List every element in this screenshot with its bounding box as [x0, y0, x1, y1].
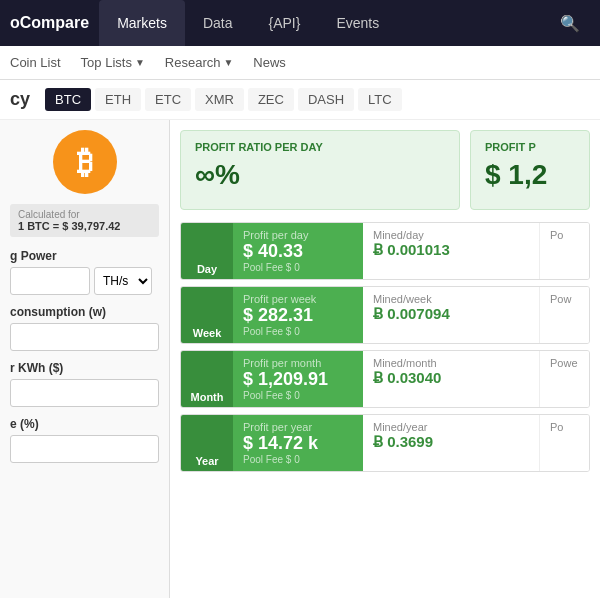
- profit-label-week: Profit per week: [243, 293, 353, 305]
- right-content: PROFIT RATIO PER DAY ∞% PROFIT P $ 1,2 D…: [170, 120, 600, 598]
- kwh-cost-label: r KWh ($): [10, 361, 159, 375]
- pool-fee-label: e (%): [10, 417, 159, 431]
- pool-fee-group: e (%): [10, 417, 159, 463]
- tab-ltc[interactable]: LTC: [358, 88, 402, 111]
- left-sidebar: ₿ Calculated for 1 BTC = $ 39,797.42 g P…: [0, 120, 170, 598]
- mined-value-month: Ƀ 0.03040: [373, 369, 529, 387]
- mined-value-day: Ƀ 0.001013: [373, 241, 529, 259]
- power-cell-day: Po: [539, 223, 589, 279]
- subnav-news[interactable]: News: [253, 46, 286, 80]
- period-badge-year: Year: [181, 415, 233, 471]
- period-badge-month: Month: [181, 351, 233, 407]
- chevron-down-icon: ▼: [135, 46, 145, 80]
- mined-label-month: Mined/month: [373, 357, 529, 369]
- profit-label-month: Profit per month: [243, 357, 353, 369]
- mined-cell-week: Mined/week Ƀ 0.007094: [363, 287, 539, 343]
- tab-eth[interactable]: ETH: [95, 88, 141, 111]
- mined-cell-year: Mined/year Ƀ 0.3699: [363, 415, 539, 471]
- sub-navigation: Coin List Top Lists ▼ Research ▼ News: [0, 46, 600, 80]
- brand-logo: oCompare: [10, 14, 89, 32]
- coin-icon-area: ₿: [10, 130, 159, 194]
- nav-item-markets[interactable]: Markets: [99, 0, 185, 46]
- profit-ratio-title: PROFIT RATIO PER DAY: [195, 141, 445, 153]
- mining-row-week: Week Profit per week $ 282.31 Pool Fee $…: [180, 286, 590, 344]
- tab-dash[interactable]: DASH: [298, 88, 354, 111]
- subnav-coin-list[interactable]: Coin List: [10, 46, 61, 80]
- nav-item-api[interactable]: {API}: [251, 0, 319, 46]
- tab-xmr[interactable]: XMR: [195, 88, 244, 111]
- profit-label-day: Profit per day: [243, 229, 353, 241]
- coin-tabs: BTC ETH ETC XMR ZEC DASH LTC: [45, 88, 402, 111]
- period-badge-day: Day: [181, 223, 233, 279]
- btc-icon: ₿: [53, 130, 117, 194]
- profit-amount-month: $ 1,209.91: [243, 369, 353, 390]
- consumption-group: consumption (w): [10, 305, 159, 351]
- kwh-cost-group: r KWh ($): [10, 361, 159, 407]
- mined-label-day: Mined/day: [373, 229, 529, 241]
- subnav-research[interactable]: Research ▼: [165, 46, 234, 80]
- mined-value-year: Ƀ 0.3699: [373, 433, 529, 451]
- pool-fee-month: Pool Fee $ 0: [243, 390, 353, 401]
- period-badge-week: Week: [181, 287, 233, 343]
- profit-amount-title: PROFIT P: [485, 141, 575, 153]
- power-label-week: Pow: [550, 293, 579, 305]
- calc-label: Calculated for: [18, 209, 151, 220]
- top-nav-items: Markets Data {API} Events: [99, 0, 397, 46]
- search-icon[interactable]: 🔍: [550, 14, 590, 33]
- mined-cell-month: Mined/month Ƀ 0.03040: [363, 351, 539, 407]
- pool-fee-year: Pool Fee $ 0: [243, 454, 353, 465]
- summary-card-profit-amount: PROFIT P $ 1,2: [470, 130, 590, 210]
- profit-ratio-value: ∞%: [195, 159, 445, 191]
- profit-label-year: Profit per year: [243, 421, 353, 433]
- power-label-year: Po: [550, 421, 579, 433]
- power-cell-week: Pow: [539, 287, 589, 343]
- mining-row-day: Day Profit per day $ 40.33 Pool Fee $ 0 …: [180, 222, 590, 280]
- hash-power-select[interactable]: TH/s GH/s MH/s: [94, 267, 152, 295]
- hash-power-label: g Power: [10, 249, 159, 263]
- power-cell-year: Po: [539, 415, 589, 471]
- main-content: ₿ Calculated for 1 BTC = $ 39,797.42 g P…: [0, 120, 600, 598]
- calc-value: 1 BTC = $ 39,797.42: [18, 220, 151, 232]
- mining-row-month: Month Profit per month $ 1,209.91 Pool F…: [180, 350, 590, 408]
- consumption-label: consumption (w): [10, 305, 159, 319]
- coin-tabs-row: cy BTC ETH ETC XMR ZEC DASH LTC: [0, 80, 600, 120]
- kwh-cost-input[interactable]: [10, 379, 159, 407]
- mined-label-year: Mined/year: [373, 421, 529, 433]
- profit-amount-day: $ 40.33: [243, 241, 353, 262]
- profit-cell-month: Profit per month $ 1,209.91 Pool Fee $ 0: [233, 351, 363, 407]
- pool-fee-week: Pool Fee $ 0: [243, 326, 353, 337]
- pool-fee-input[interactable]: [10, 435, 159, 463]
- top-navigation: oCompare Markets Data {API} Events 🔍: [0, 0, 600, 46]
- mining-row-year: Year Profit per year $ 14.72 k Pool Fee …: [180, 414, 590, 472]
- power-cell-month: Powe: [539, 351, 589, 407]
- power-label-day: Po: [550, 229, 579, 241]
- hash-power-input[interactable]: [10, 267, 90, 295]
- mined-label-week: Mined/week: [373, 293, 529, 305]
- profit-cell-week: Profit per week $ 282.31 Pool Fee $ 0: [233, 287, 363, 343]
- profit-amount-week: $ 282.31: [243, 305, 353, 326]
- page-title: cy: [10, 89, 30, 110]
- mined-cell-day: Mined/day Ƀ 0.001013: [363, 223, 539, 279]
- logo-name: Compare: [20, 14, 89, 31]
- summary-card-profit-ratio: PROFIT RATIO PER DAY ∞%: [180, 130, 460, 210]
- logo-prefix: o: [10, 14, 20, 31]
- nav-item-events[interactable]: Events: [318, 0, 397, 46]
- nav-item-data[interactable]: Data: [185, 0, 251, 46]
- profit-amount-value: $ 1,2: [485, 159, 575, 191]
- tab-zec[interactable]: ZEC: [248, 88, 294, 111]
- power-label-month: Powe: [550, 357, 579, 369]
- hash-power-row: TH/s GH/s MH/s: [10, 267, 159, 295]
- pool-fee-day: Pool Fee $ 0: [243, 262, 353, 273]
- mined-value-week: Ƀ 0.007094: [373, 305, 529, 323]
- profit-amount-year: $ 14.72 k: [243, 433, 353, 454]
- tab-btc[interactable]: BTC: [45, 88, 91, 111]
- subnav-top-lists[interactable]: Top Lists ▼: [81, 46, 145, 80]
- profit-cell-year: Profit per year $ 14.72 k Pool Fee $ 0: [233, 415, 363, 471]
- hash-power-group: g Power TH/s GH/s MH/s: [10, 249, 159, 295]
- tab-etc[interactable]: ETC: [145, 88, 191, 111]
- consumption-input[interactable]: [10, 323, 159, 351]
- chevron-down-icon: ▼: [223, 46, 233, 80]
- calc-info: Calculated for 1 BTC = $ 39,797.42: [10, 204, 159, 237]
- summary-cards-row: PROFIT RATIO PER DAY ∞% PROFIT P $ 1,2: [180, 130, 590, 210]
- profit-cell-day: Profit per day $ 40.33 Pool Fee $ 0: [233, 223, 363, 279]
